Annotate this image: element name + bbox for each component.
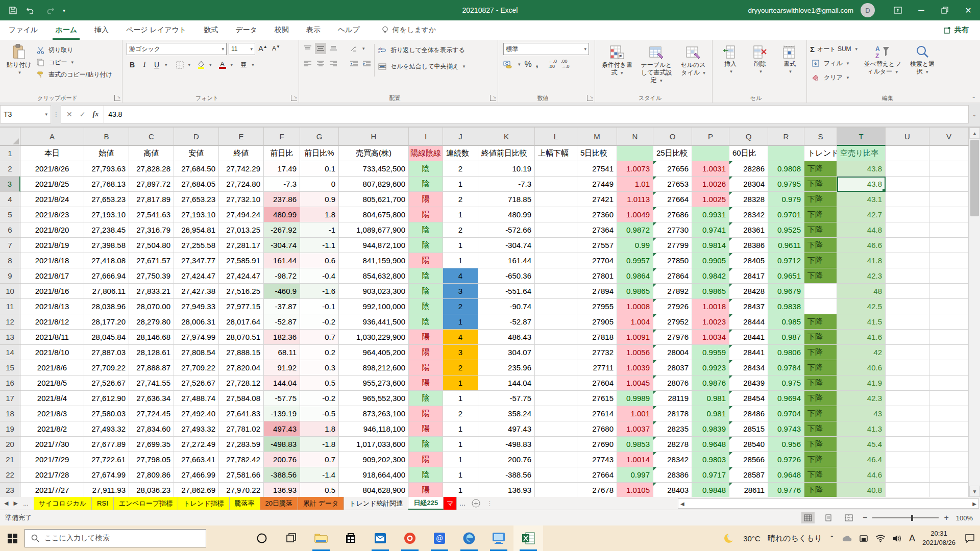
cell-V22[interactable] (929, 467, 969, 483)
ime-indicator[interactable]: A (909, 533, 915, 544)
account-email[interactable]: dryyourtearswithlove1@gmail.com (748, 7, 853, 14)
header-cell-U1[interactable] (886, 146, 929, 161)
cell-E20[interactable]: 27,283.59 (219, 437, 264, 452)
cell-O16[interactable]: 28076 (653, 375, 692, 391)
cell-I5[interactable]: 陽 (409, 207, 443, 222)
cell-B22[interactable]: 27,674.99 (84, 467, 129, 483)
cell-I3[interactable]: 陰 (409, 177, 443, 192)
sheet-tab-1[interactable]: RSI (92, 497, 114, 510)
header-cell-F1[interactable]: 前日比 (264, 146, 300, 161)
cell-F6[interactable]: -267.92 (264, 222, 300, 238)
cell-T10[interactable]: 48 (837, 284, 886, 299)
insert-cells-button[interactable]: 挿入▾ (716, 43, 745, 77)
cell-G15[interactable]: 0.3 (300, 360, 339, 375)
cell-T14[interactable]: 42 (837, 345, 886, 360)
cell-R16[interactable]: 0.975 (768, 375, 804, 391)
cell-C2[interactable]: 27,828.28 (129, 161, 174, 177)
cell-V19[interactable] (929, 421, 969, 437)
row-header-13[interactable]: 13 (0, 330, 20, 345)
column-header-K[interactable]: K (478, 128, 535, 146)
cell-C20[interactable]: 27,699.35 (129, 437, 174, 452)
cell-Q22[interactable]: 28587 (729, 467, 768, 483)
cell-E11[interactable]: 27,977.15 (219, 299, 264, 314)
cell-Q4[interactable]: 28328 (729, 192, 768, 207)
cell-U10[interactable] (886, 284, 929, 299)
cell-Q8[interactable]: 28405 (729, 253, 768, 268)
increase-font-size-icon[interactable]: A▲ (257, 43, 268, 54)
header-cell-C1[interactable]: 高値 (129, 146, 174, 161)
cell-O22[interactable]: 28386 (653, 467, 692, 483)
cell-M2[interactable]: 27541 (577, 161, 617, 177)
vertical-scrollbar[interactable]: ▲ ▼ (969, 128, 980, 497)
cell-G20[interactable]: -1.8 (300, 437, 339, 452)
row-header-10[interactable]: 10 (0, 284, 20, 299)
close-button[interactable]: ✕ (957, 0, 980, 20)
blue-monitor-app-icon[interactable] (484, 525, 513, 551)
header-cell-L1[interactable]: 上幅下幅 (535, 146, 577, 161)
sheet-tab-7[interactable]: トレンド統計関連 (344, 497, 408, 510)
cell-V10[interactable] (929, 284, 969, 299)
cell-U9[interactable] (886, 268, 929, 284)
sheet-tab-6[interactable]: 累計 データ (298, 497, 344, 510)
cell-N4[interactable]: 1.0113 (617, 192, 653, 207)
cell-O12[interactable]: 27952 (653, 314, 692, 330)
at-mail-app-icon[interactable]: @ (425, 525, 454, 551)
cell-D20[interactable]: 27,272.49 (174, 437, 219, 452)
row-header-23[interactable]: 23 (0, 483, 20, 497)
cell-Q7[interactable]: 28386 (729, 238, 768, 253)
cell-S18[interactable]: 下降 (804, 406, 837, 421)
cell-F3[interactable]: -7.3 (264, 177, 300, 192)
cell-G17[interactable]: -0.2 (300, 391, 339, 406)
cell-M4[interactable]: 27421 (577, 192, 617, 207)
column-header-N[interactable]: N (617, 128, 653, 146)
cell-L15[interactable] (535, 360, 577, 375)
cell-M11[interactable]: 27955 (577, 299, 617, 314)
cell-Q5[interactable]: 28342 (729, 207, 768, 222)
decrease-indent-icon[interactable] (348, 58, 359, 69)
cell-H3[interactable]: 807,829,600 (339, 177, 409, 192)
cell-R20[interactable]: 0.956 (768, 437, 804, 452)
cell-M16[interactable]: 27604 (577, 375, 617, 391)
cell-F19[interactable]: 497.43 (264, 421, 300, 437)
cell-J8[interactable]: 1 (443, 253, 478, 268)
cell-R11[interactable]: 0.9838 (768, 299, 804, 314)
cell-Q23[interactable]: 28611 (729, 483, 768, 497)
microsoft-store-icon[interactable] (336, 525, 365, 551)
cell-D2[interactable]: 27,684.50 (174, 161, 219, 177)
cell-R13[interactable]: 0.987 (768, 330, 804, 345)
cell-C22[interactable]: 27,809.86 (129, 467, 174, 483)
cell-M17[interactable]: 27615 (577, 391, 617, 406)
cell-E22[interactable]: 27,581.66 (219, 467, 264, 483)
cell-K16[interactable]: 144.04 (478, 375, 535, 391)
cell-T17[interactable]: 42.3 (837, 391, 886, 406)
cell-E15[interactable]: 27,820.04 (219, 360, 264, 375)
cell-B4[interactable]: 27,653.23 (84, 192, 129, 207)
header-cell-N1[interactable] (617, 146, 653, 161)
cell-V14[interactable] (929, 345, 969, 360)
cell-B15[interactable]: 27,709.22 (84, 360, 129, 375)
cell-N11[interactable]: 1.0008 (617, 299, 653, 314)
cell-M10[interactable]: 27894 (577, 284, 617, 299)
cell-A21[interactable]: 2021/7/29 (20, 452, 84, 467)
row-header-4[interactable]: 4 (0, 192, 20, 207)
header-cell-S1[interactable]: トレンド (804, 146, 837, 161)
cell-R10[interactable]: 0.9679 (768, 284, 804, 299)
cell-I7[interactable]: 陰 (409, 238, 443, 253)
cell-G7[interactable]: -1.1 (300, 238, 339, 253)
cell-V3[interactable] (929, 177, 969, 192)
start-button[interactable] (0, 525, 24, 551)
cell-B17[interactable]: 27,612.90 (84, 391, 129, 406)
cell-T13[interactable]: 41.6 (837, 330, 886, 345)
cell-Q20[interactable]: 28540 (729, 437, 768, 452)
cell-G18[interactable]: -0.5 (300, 406, 339, 421)
cell-N7[interactable]: 0.99 (617, 238, 653, 253)
cell-D15[interactable]: 27,709.22 (174, 360, 219, 375)
cell-I4[interactable]: 陽 (409, 192, 443, 207)
cell-R14[interactable]: 0.9806 (768, 345, 804, 360)
font-size-combo[interactable]: 11▾ (229, 43, 255, 55)
cell-U22[interactable] (886, 467, 929, 483)
cell-G16[interactable]: 0.5 (300, 375, 339, 391)
cell-L12[interactable] (535, 314, 577, 330)
comma-style-icon[interactable]: , (536, 59, 538, 69)
cell-I21[interactable]: 陽 (409, 452, 443, 467)
